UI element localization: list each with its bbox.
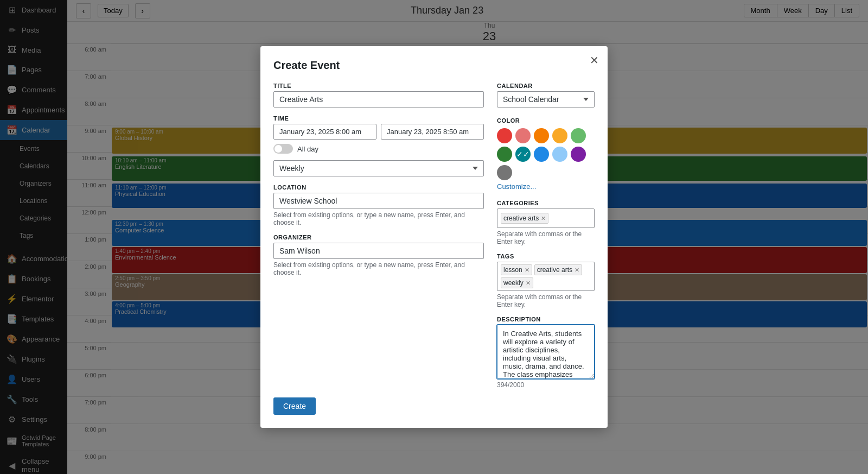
tags-label: TAGS: [497, 253, 595, 260]
title-input[interactable]: [273, 91, 484, 108]
remove-tag-lesson[interactable]: ✕: [525, 267, 529, 274]
color-section: COLOR ✓ Customize...: [497, 115, 595, 191]
categories-hint: Separate with commas or the Enter key.: [497, 230, 595, 245]
time-start-input[interactable]: [273, 124, 376, 140]
color-pink[interactable]: [515, 128, 531, 143]
description-textarea[interactable]: In Creative Arts, students will explore …: [497, 325, 595, 379]
description-label: DESCRIPTION: [497, 316, 595, 323]
create-button[interactable]: Create: [273, 397, 316, 415]
all-day-toggle[interactable]: [273, 144, 293, 154]
time-end-input[interactable]: [381, 124, 484, 140]
time-label: TIME: [273, 115, 484, 122]
calendar-select[interactable]: School Calendar: [497, 91, 595, 108]
tag-chip-creative-arts: creative arts ✕: [534, 264, 582, 275]
customize-link[interactable]: Customize...: [497, 182, 536, 191]
tags-input[interactable]: lesson ✕ creative arts ✕ weekly ✕: [497, 262, 595, 291]
modal-columns: TITLE TIME All day: [273, 83, 595, 389]
remove-category-creative-arts[interactable]: ✕: [541, 215, 546, 222]
tags-hint: Separate with commas or the Enter key.: [497, 293, 595, 308]
color-light-green[interactable]: [571, 128, 586, 143]
tag-chip-weekly: weekly ✕: [501, 277, 533, 288]
location-label: LOCATION: [273, 184, 484, 191]
color-light-blue[interactable]: [552, 147, 567, 162]
organizer-hint: Select from existing options, or type a …: [273, 261, 484, 276]
remove-tag-creative-arts[interactable]: ✕: [575, 267, 579, 274]
calendar-label: CALENDAR: [497, 83, 595, 89]
color-swatches: ✓: [497, 128, 595, 180]
categories-label: CATEGORIES: [497, 200, 595, 206]
modal-right-col: CALENDAR School Calendar COLOR: [497, 83, 595, 389]
location-hint: Select from existing options, or type a …: [273, 211, 484, 226]
location-input[interactable]: [273, 193, 484, 209]
all-day-label: All day: [297, 145, 318, 153]
color-purple[interactable]: [571, 147, 586, 162]
color-yellow[interactable]: [552, 128, 567, 143]
categories-input[interactable]: creative arts ✕: [497, 208, 595, 228]
modal-close-button[interactable]: ✕: [590, 55, 599, 66]
remove-tag-weekly[interactable]: ✕: [526, 280, 531, 287]
create-event-modal: Create Event ✕ TITLE TIME: [260, 46, 608, 428]
char-count: 394/2000: [497, 381, 595, 389]
color-green[interactable]: [497, 147, 512, 162]
color-label: COLOR: [497, 117, 520, 124]
organizer-input[interactable]: [273, 243, 484, 259]
color-red[interactable]: [497, 128, 512, 143]
category-chip-creative-arts: creative arts ✕: [501, 213, 548, 224]
color-orange[interactable]: [534, 128, 549, 143]
title-label: TITLE: [273, 83, 484, 89]
organizer-label: ORGANIZER: [273, 234, 484, 241]
modal-title: Create Event: [273, 59, 595, 72]
color-blue[interactable]: [534, 147, 549, 162]
tag-chip-lesson: lesson ✕: [501, 264, 532, 275]
recurrence-select[interactable]: Weekly Daily Monthly: [273, 160, 484, 176]
modal-overlay[interactable]: Create Event ✕ TITLE TIME: [0, 0, 868, 474]
color-teal[interactable]: ✓: [515, 147, 531, 162]
color-grey[interactable]: [497, 165, 512, 180]
modal-left-col: TITLE TIME All day: [273, 83, 484, 389]
